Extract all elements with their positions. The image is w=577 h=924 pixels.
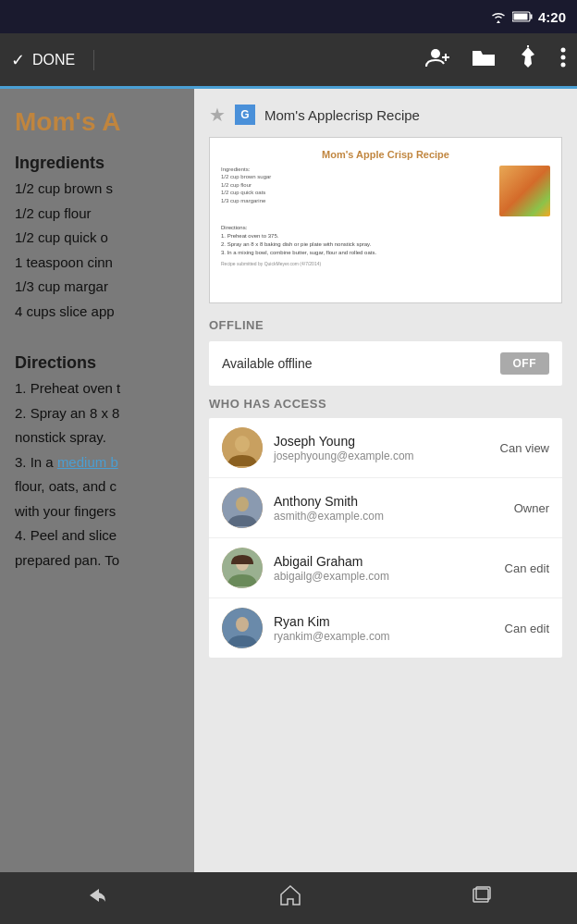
access-email-abigail: abigailg@example.com [274,570,494,583]
offline-label: OFFLINE [209,318,562,332]
access-info-ryan: Ryan Kim ryankim@example.com [274,614,494,643]
access-role-abigail: Can edit [505,561,549,575]
direction-4a: 4. Peel and slice [0,524,194,548]
add-person-button[interactable] [425,46,449,74]
doc-type-icon: G [235,105,255,125]
avatar-anthony [222,487,263,528]
folder-button[interactable] [472,47,496,73]
done-label: DONE [32,52,75,68]
avatar-joseph [222,427,263,468]
svg-point-3 [431,49,440,58]
ingredient-4: 1 teaspoon cinn [0,251,194,276]
recipe-preview-title: Mom's Apple Crisp Recipe [221,149,550,160]
recipe-ingredient-2: 1/2 cup flour [221,181,492,189]
svg-point-9 [561,62,566,67]
done-button[interactable]: ✓ DONE [11,50,94,70]
direction-2b: nonstick spray. [0,425,194,450]
toolbar-actions [425,45,566,75]
access-item-ryan: Ryan Kim ryankim@example.com Can edit [209,598,562,658]
main-area: Mom's A Ingredients 1/2 cup brown s 1/2 … [0,89,577,872]
wifi-icon [490,10,507,23]
access-info-joseph: Joseph Young josephyoung@example.com [274,434,489,462]
access-item-abigail: Abigail Graham abigailg@example.com Can … [209,538,562,598]
svg-point-11 [235,436,250,452]
recipe-ingredient-4: 1/3 cup margarine [221,197,492,204]
recipe-ingredient-3: 1/2 cup quick oats [221,189,492,196]
recipe-dir-label: Directions: [221,224,550,232]
access-email-joseph: josephyoung@example.com [274,450,489,462]
home-button[interactable] [279,884,301,912]
pin-button[interactable] [518,45,538,75]
recipe-image [499,166,550,216]
avatar-abigail [222,548,263,588]
access-list: Joseph Young josephyoung@example.com Can… [209,418,562,658]
doc-link[interactable]: medium b [57,454,118,470]
access-email-anthony: asmith@example.com [274,510,503,523]
ingredients-heading: Ingredients [0,146,194,177]
access-name-abigail: Abigail Graham [274,554,494,569]
svg-rect-2 [530,15,532,19]
direction-1: 1. Preheat oven t [0,376,194,401]
ingredient-5: 1/3 cup margar [0,275,194,300]
more-button[interactable] [560,47,566,73]
svg-point-13 [236,497,249,511]
svg-point-17 [236,617,249,632]
status-bar: 4:20 [0,0,577,33]
document-panel: Mom's A Ingredients 1/2 cup brown s 1/2 … [0,89,194,872]
access-item-anthony: Anthony Smith asmith@example.com Owner [209,478,562,538]
nav-bar [0,872,577,924]
access-item-joseph: Joseph Young josephyoung@example.com Can… [209,418,562,478]
svg-point-8 [561,55,566,59]
recipe-dir-1: 1. Preheat oven to 375. [221,232,550,240]
ingredient-2: 1/2 cup flour [0,202,194,227]
doc-title-overlay: Mom's Applecrisp Recipe [264,107,420,123]
available-offline-label: Available offline [222,356,313,371]
avatar-ryan [222,608,263,648]
offline-toggle[interactable]: OFF [500,352,550,375]
star-icon[interactable]: ★ [209,104,226,126]
toolbar: ✓ DONE [0,33,577,89]
doc-title: Mom's A [0,89,194,146]
access-name-ryan: Ryan Kim [274,614,494,629]
check-icon: ✓ [11,50,25,70]
overlay-panel: ★ G Mom's Applecrisp Recipe Mom's Apple … [194,89,577,872]
ingredient-1: 1/2 cup brown s [0,177,194,202]
access-name-anthony: Anthony Smith [274,494,503,509]
direction-2: 2. Spray an 8 x 8 [0,401,194,426]
ingredient-6: 4 cups slice app [0,300,194,325]
back-button[interactable] [85,885,109,911]
direction-4b: prepared pan. To [0,548,194,573]
recipe-ingredient-1: 1/2 cup brown sugar [221,173,492,180]
direction-3b: flour, oats, and c [0,474,194,499]
recipe-directions: Directions: 1. Preheat oven to 375. 2. S… [221,224,550,257]
recipe-preview-content: Ingredients: 1/2 cup brown sugar 1/2 cup… [221,166,550,216]
ingredient-3: 1/2 cup quick o [0,226,194,251]
recent-button[interactable] [472,885,492,911]
access-role-ryan: Can edit [505,622,549,635]
access-info-anthony: Anthony Smith asmith@example.com [274,494,503,523]
battery-icon [512,11,533,22]
recipe-footer: Recipe submitted by QuickMeyer.com (4/7/… [221,261,550,266]
access-role-joseph: Can view [500,441,549,455]
offline-row: Available offline OFF [209,341,562,386]
direction-3c: with your fingers [0,499,194,524]
directions-heading: Directions [0,346,194,376]
status-time: 4:20 [538,9,566,25]
svg-rect-1 [513,14,527,20]
recipe-dir-2: 2. Spray an 8 x 8 baking dish or pie pla… [221,240,550,249]
svg-point-7 [561,47,566,52]
doc-header: ★ G Mom's Applecrisp Recipe [209,104,562,126]
access-email-ryan: ryankim@example.com [274,630,494,643]
access-name-joseph: Joseph Young [274,434,489,449]
recipe-text-block: Ingredients: 1/2 cup brown sugar 1/2 cup… [221,166,492,216]
access-section-label: WHO HAS ACCESS [209,397,562,411]
status-icons: 4:20 [490,9,566,25]
access-role-anthony: Owner [514,501,549,515]
recipe-ingredients-label: Ingredients: [221,166,492,173]
direction-3a: 3. In a medium b [0,450,194,475]
access-info-abigail: Abigail Graham abigailg@example.com [274,554,494,583]
recipe-preview: Mom's Apple Crisp Recipe Ingredients: 1/… [209,137,562,303]
recipe-dir-3: 3. In a mixing bowl, combine butter, sug… [221,249,550,257]
